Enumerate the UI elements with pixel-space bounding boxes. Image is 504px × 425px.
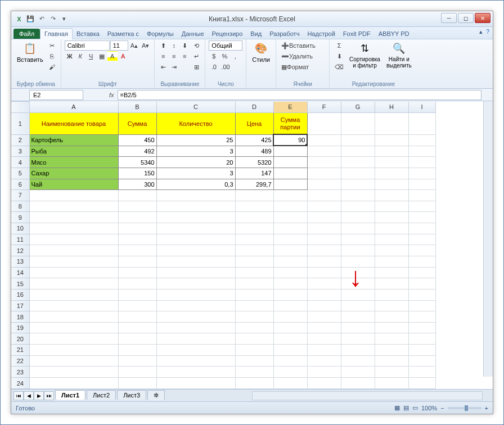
cell-B14[interactable] <box>118 267 156 278</box>
cell-D13[interactable] <box>235 256 273 267</box>
cell-A17[interactable] <box>29 300 118 311</box>
fill-handle[interactable] <box>305 144 308 146</box>
row-header-4[interactable]: 4 <box>11 157 29 168</box>
autosum-button[interactable]: Σ <box>333 40 345 51</box>
shrink-font-button[interactable]: A▾ <box>140 40 151 51</box>
row-header-14[interactable]: 14 <box>11 267 29 278</box>
tab-review[interactable]: Рецензиро <box>208 29 247 39</box>
horizontal-scrollbar[interactable] <box>252 391 483 400</box>
save-icon[interactable]: 💾 <box>26 15 35 24</box>
cell-F5[interactable] <box>307 168 341 179</box>
cell-B16[interactable] <box>118 289 156 300</box>
cell-H11[interactable] <box>375 234 408 245</box>
cell-D6[interactable]: 299,7 <box>235 179 273 190</box>
cell-G2[interactable] <box>341 134 375 146</box>
sort-filter-button[interactable]: ⇅Сортировка и фильтр <box>347 40 382 70</box>
cell-H15[interactable] <box>375 278 408 290</box>
sheet-nav-first[interactable]: ⏮ <box>14 391 24 400</box>
indent-dec-button[interactable]: ⇤ <box>158 62 168 72</box>
cell-H10[interactable] <box>375 223 408 234</box>
cell-F12[interactable] <box>307 245 341 256</box>
zoom-level[interactable]: 100% <box>421 405 437 412</box>
new-sheet-button[interactable]: ✲ <box>147 390 165 400</box>
cell-H9[interactable] <box>375 212 408 223</box>
cell-I17[interactable] <box>408 300 435 311</box>
dec-decimal-button[interactable]: .00 <box>219 62 231 72</box>
cell-H19[interactable] <box>375 322 408 333</box>
cell-H7[interactable] <box>375 190 408 201</box>
cell-D18[interactable] <box>235 311 273 323</box>
cell-G3[interactable] <box>341 146 375 157</box>
cell-C4[interactable]: 20 <box>156 157 235 168</box>
cell-B6[interactable]: 300 <box>118 179 156 190</box>
row-header-3[interactable]: 3 <box>11 146 29 157</box>
cell-D10[interactable] <box>235 223 273 234</box>
cell-H13[interactable] <box>375 256 408 267</box>
grid-table[interactable]: ABCDEFGHI1Наименование товараСуммаКоличе… <box>11 101 436 389</box>
cell-D7[interactable] <box>235 190 273 201</box>
cell-G17[interactable] <box>341 300 375 311</box>
cell-H5[interactable] <box>375 168 408 179</box>
cell-G7[interactable] <box>341 190 375 201</box>
cell-I10[interactable] <box>408 223 435 234</box>
tab-addins[interactable]: Надстрой <box>303 29 339 39</box>
cell-A7[interactable] <box>29 190 118 201</box>
cell-B9[interactable] <box>118 212 156 223</box>
cell-H21[interactable] <box>375 345 408 356</box>
cell-C2[interactable]: 25 <box>156 134 235 146</box>
cell-C6[interactable]: 0,3 <box>156 179 235 190</box>
cell-A6[interactable]: Чай <box>29 179 118 190</box>
cell-G10[interactable] <box>341 223 375 234</box>
cell-E7[interactable] <box>273 190 307 201</box>
select-all-cell[interactable] <box>11 102 29 113</box>
align-center-button[interactable]: ≡ <box>169 51 179 61</box>
help-icon[interactable]: ? <box>486 28 489 35</box>
cell-C21[interactable] <box>156 345 235 356</box>
cell-G12[interactable] <box>341 245 375 256</box>
align-top-button[interactable]: ⬆ <box>158 40 168 51</box>
cell-I19[interactable] <box>408 322 435 333</box>
cell-G20[interactable] <box>341 333 375 345</box>
align-left-button[interactable]: ≡ <box>158 51 168 61</box>
cell-I9[interactable] <box>408 212 435 223</box>
cell-H20[interactable] <box>375 333 408 345</box>
cell-E21[interactable] <box>273 345 307 356</box>
cell-I2[interactable] <box>408 134 435 146</box>
col-header-B[interactable]: B <box>118 102 156 113</box>
insert-cells-button[interactable]: ➕ Вставить <box>280 40 326 51</box>
cell-F17[interactable] <box>307 300 341 311</box>
cell-C11[interactable] <box>156 234 235 245</box>
cell-I11[interactable] <box>408 234 435 245</box>
cell-B7[interactable] <box>118 190 156 201</box>
header-cell[interactable]: Сумма партии <box>273 112 307 134</box>
fx-icon[interactable]: fx <box>109 92 114 98</box>
cell-D3[interactable]: 489 <box>235 146 273 157</box>
cell-E24[interactable] <box>273 378 307 389</box>
orientation-button[interactable]: ⟲ <box>191 40 201 51</box>
cell-C16[interactable] <box>156 289 235 300</box>
cell-I14[interactable] <box>408 267 435 278</box>
undo-icon[interactable]: ↶ <box>37 15 46 24</box>
percent-button[interactable]: % <box>219 51 230 61</box>
cell-I15[interactable] <box>408 278 435 290</box>
cell-E22[interactable] <box>273 355 307 367</box>
cell-F23[interactable] <box>307 367 341 378</box>
sheet-tab-1[interactable]: Лист1 <box>55 390 86 400</box>
cell-I5[interactable] <box>408 168 435 179</box>
cell-I3[interactable] <box>408 146 435 157</box>
sheet-tab-3[interactable]: Лист3 <box>117 390 146 400</box>
cell-C15[interactable] <box>156 278 235 290</box>
cell-H24[interactable] <box>375 378 408 389</box>
cell-B20[interactable] <box>118 333 156 345</box>
cell-I22[interactable] <box>408 355 435 367</box>
cell-D11[interactable] <box>235 234 273 245</box>
row-header-6[interactable]: 6 <box>11 179 29 190</box>
tab-abbyy[interactable]: ABBYY PD <box>375 29 413 39</box>
comma-button[interactable]: , <box>230 51 240 61</box>
cell-B10[interactable] <box>118 223 156 234</box>
row-header-15[interactable]: 15 <box>11 278 29 290</box>
cell-E14[interactable] <box>273 267 307 278</box>
cell-D8[interactable] <box>235 201 273 212</box>
font-name-combo[interactable]: Calibri <box>65 40 110 51</box>
fill-color-button[interactable]: A <box>107 51 118 61</box>
